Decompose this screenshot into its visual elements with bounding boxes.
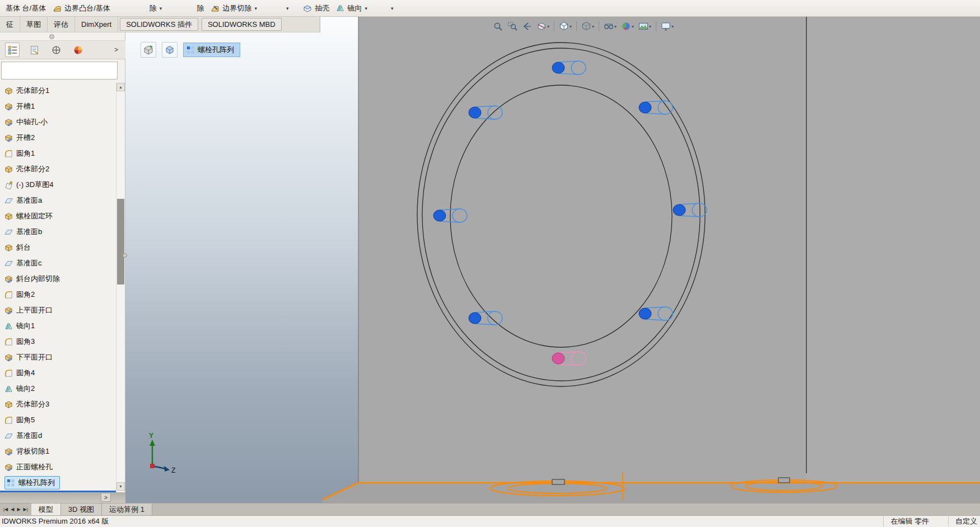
dropdown-caret-icon[interactable]: ▾ [614, 24, 617, 29]
tab-sketch[interactable]: 草图 [20, 17, 48, 32]
tree-item[interactable]: 背板切除1 [0, 444, 116, 459]
tab-solidworks-mbd[interactable]: SOLIDWORKS MBD [202, 18, 282, 31]
display-manager-icon [73, 45, 83, 55]
cut-feature-icon [4, 134, 13, 142]
dropdown-caret-icon[interactable]: ▾ [391, 6, 394, 11]
property-manager-tab[interactable] [27, 43, 41, 57]
tab-scroll-next-icon[interactable]: ▶ [16, 507, 21, 512]
tree-item[interactable]: 上平面开口 [0, 302, 116, 318]
tree-item-label: 开槽1 [16, 101, 35, 111]
section-view-button[interactable]: ▾ [534, 20, 552, 32]
panel-flyout-chevron-icon[interactable]: > [112, 46, 120, 54]
tree-item[interactable]: 壳体部分3 [0, 397, 116, 412]
tree-scrollbar[interactable]: ▲ ▼ [116, 83, 125, 491]
toolbar-separator [576, 21, 577, 31]
tab-motion-study[interactable]: 运动算例 1 [102, 503, 152, 515]
tab-scroll-last-icon[interactable]: ▶| [23, 507, 29, 512]
tree-item[interactable]: 基准面c [0, 255, 116, 271]
edit-appearance-button[interactable]: ▾ [619, 20, 636, 32]
tab-solidworks-addins[interactable]: SOLIDWORKS 插件 [120, 18, 198, 31]
tree-item[interactable]: 下平面开口 [0, 349, 116, 365]
orientation-triad: Y Z [149, 432, 175, 474]
dropdown-caret-icon[interactable]: ▾ [254, 6, 257, 11]
apply-scene-button[interactable]: ▾ [636, 20, 654, 32]
tree-item[interactable]: 圆角3 [0, 334, 116, 349]
toolbar-item-revolved-cut[interactable]: 除 [193, 3, 207, 13]
tree-item[interactable]: (-) 3D草图4 [0, 177, 116, 193]
configuration-manager-tab[interactable] [49, 43, 63, 57]
display-style-button[interactable]: ▾ [579, 20, 596, 32]
tree-item[interactable]: 壳体部分2 [0, 161, 116, 177]
tree-item[interactable]: 正面螺栓孔 [0, 459, 116, 475]
toolbar-item-shell[interactable]: 抽壳 [300, 2, 333, 15]
tree-item[interactable]: 斜台内部切除 [0, 271, 116, 287]
tree-item[interactable]: 开槽1 [0, 99, 116, 114]
tree-item[interactable]: 螺栓孔阵列 [0, 475, 116, 491]
selected-item-box[interactable]: 螺栓孔阵列 [4, 476, 60, 489]
tab-features[interactable]: 征 [0, 17, 20, 32]
tree-item-label: 开槽2 [16, 133, 35, 143]
previous-view-button[interactable] [520, 20, 534, 32]
tree-item-label: (-) 3D草图4 [16, 180, 53, 190]
model-bottom-face[interactable] [323, 483, 980, 503]
panel-expand-button[interactable]: > [101, 493, 111, 502]
toolbar-item-boss-base[interactable]: 基体 台/基体 [2, 3, 49, 13]
tab-dimxpert[interactable]: DimXpert [75, 17, 118, 32]
dropdown-caret-icon[interactable]: ▾ [570, 24, 572, 29]
viewport-splitter-handle[interactable] [123, 253, 127, 258]
dropdown-caret-icon[interactable]: ▾ [671, 24, 674, 29]
tree-item[interactable]: 基准面a [0, 193, 116, 208]
toolbar-item-more-tools-2[interactable]: ▾ [388, 4, 397, 13]
model-scene[interactable]: Y Z [125, 17, 980, 503]
tree-item[interactable]: 开槽2 [0, 130, 116, 146]
body-breadcrumb-icon[interactable] [162, 42, 178, 58]
scroll-down-icon[interactable]: ▼ [116, 482, 125, 491]
dropdown-caret-icon[interactable]: ▾ [632, 24, 634, 29]
dropdown-caret-icon[interactable]: ▾ [286, 6, 289, 11]
toolbar-item-boundary-boss[interactable]: 边界凸台/基体 [49, 2, 114, 15]
tree-item[interactable]: 圆角1 [0, 146, 116, 161]
tree-item[interactable]: 镜向1 [0, 318, 116, 334]
dropdown-caret-icon[interactable]: ▾ [365, 6, 367, 11]
view-orientation-button[interactable]: ▾ [557, 20, 574, 32]
tab-scroll-buttons[interactable]: |◀◀▶▶| [0, 503, 31, 515]
toolbar-item-boundary-cut[interactable]: 边界切除▾ [207, 2, 260, 15]
display-manager-tab[interactable] [71, 43, 85, 57]
tree-item[interactable]: 圆角5 [0, 412, 116, 428]
tree-item[interactable]: 螺栓固定环 [0, 208, 116, 224]
dropdown-caret-icon[interactable]: ▾ [160, 6, 162, 11]
part-breadcrumb-icon[interactable] [141, 42, 156, 58]
tree-item[interactable]: 中轴孔-小 [0, 114, 116, 130]
graphics-viewport[interactable]: Y Z 螺栓孔阵列 ▾▾▾▾▾▾▾ [125, 17, 980, 503]
tree-item[interactable]: 圆角4 [0, 365, 116, 381]
hide-show-items-button[interactable]: ▾ [601, 20, 619, 32]
breadcrumb-selected-feature[interactable]: 螺栓孔阵列 [183, 43, 240, 57]
scroll-up-icon[interactable]: ▲ [116, 83, 125, 91]
zoom-area-button[interactable] [505, 20, 520, 32]
feature-manager-tree-tab[interactable] [5, 43, 20, 57]
tab-3d-views[interactable]: 3D 视图 [61, 503, 102, 515]
triad-origin [150, 464, 155, 468]
toolbar-item-extruded-cut[interactable]: 除▾ [146, 3, 166, 13]
toolbar-item-more-tools-1[interactable]: ▾ [283, 4, 292, 13]
tab-evaluate[interactable]: 评估 [48, 17, 75, 32]
tab-scroll-prev-icon[interactable]: ◀ [10, 507, 15, 512]
tab-model[interactable]: 模型 [31, 503, 61, 515]
view-settings-button[interactable]: ▾ [659, 20, 676, 32]
tree-item[interactable]: 圆角2 [0, 287, 116, 302]
scrollbar-thumb[interactable] [117, 199, 124, 285]
model-right-face[interactable] [806, 17, 980, 483]
dropdown-caret-icon[interactable]: ▾ [547, 24, 549, 29]
dropdown-caret-icon[interactable]: ▾ [649, 24, 651, 29]
toolbar-item-mirror[interactable]: 镜向▾ [333, 2, 371, 14]
tree-item[interactable]: 基准面d [0, 428, 116, 444]
tree-item[interactable]: 镜向2 [0, 381, 116, 397]
tree-item[interactable]: 基准面b [0, 224, 116, 240]
tree-item[interactable]: 壳体部分1 [0, 83, 116, 99]
tree-item[interactable]: 斜台 [0, 240, 116, 255]
tab-scroll-first-icon[interactable]: |◀ [3, 507, 8, 512]
panel-splitter-handle[interactable] [49, 34, 54, 39]
status-customize[interactable]: 自定义 [948, 516, 978, 526]
dropdown-caret-icon[interactable]: ▾ [592, 24, 594, 29]
zoom-fit-button[interactable] [491, 20, 505, 32]
